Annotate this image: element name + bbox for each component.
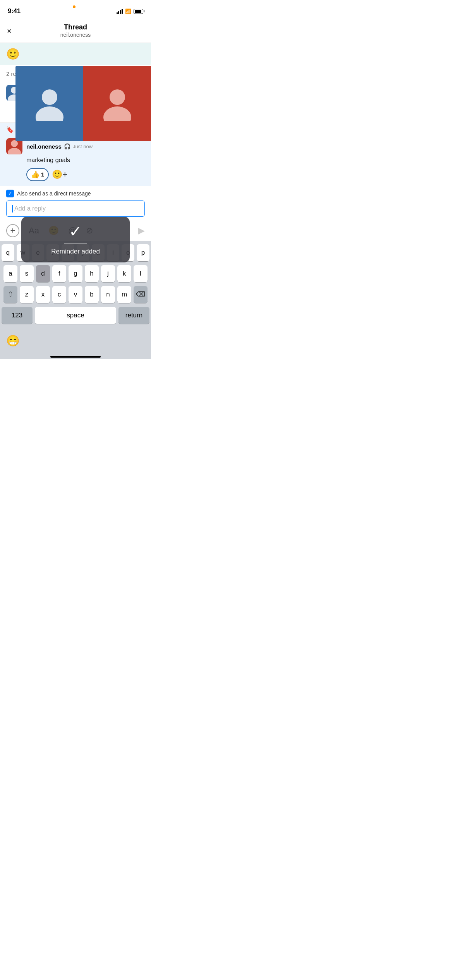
thread-subtitle: neil.oneness <box>60 32 91 38</box>
key-j[interactable]: j <box>101 265 115 282</box>
key-n[interactable]: n <box>101 286 115 303</box>
status-bar: 9:41 📶 <box>0 0 151 19</box>
key-f[interactable]: f <box>52 265 66 282</box>
key-k[interactable]: k <box>117 265 131 282</box>
key-z[interactable]: z <box>20 286 34 303</box>
toast-checkmark-icon: ✓ <box>69 224 82 239</box>
emoji-bar: 😁 <box>0 331 151 353</box>
reply-area: ✓ Also send as a direct message Add a re… <box>0 186 151 220</box>
message-meta-neil: neil.oneness 🎧 Just now <box>26 143 93 150</box>
svg-point-7 <box>8 148 21 154</box>
keyboard-row-2: a s d f g h j k l <box>2 265 149 282</box>
thread-header: × Thread neil.oneness <box>0 19 151 43</box>
avatar-red-large <box>83 66 151 141</box>
orange-dot <box>73 5 76 8</box>
key-p[interactable]: p <box>137 244 149 261</box>
key-a[interactable]: a <box>3 265 17 282</box>
sender-name-neil: neil.oneness <box>26 143 62 150</box>
home-bar <box>50 356 101 358</box>
emoji-smiley-icon[interactable]: 🙂 <box>6 48 20 60</box>
key-b[interactable]: b <box>85 286 99 303</box>
toast-label: Reminder added <box>51 248 100 255</box>
key-q[interactable]: q <box>2 244 14 261</box>
also-send-row: ✓ Also send as a direct message <box>6 190 145 197</box>
key-space[interactable]: space <box>35 307 116 324</box>
home-indicator <box>0 353 151 359</box>
also-send-label: Also send as a direct message <box>17 190 91 197</box>
key-shift[interactable]: ⇧ <box>3 286 17 303</box>
reply-input-box[interactable]: Add a reply <box>6 200 145 217</box>
message-text-neil: marketing goals <box>26 156 145 164</box>
key-m[interactable]: m <box>117 286 131 303</box>
send-button[interactable]: ▶ <box>138 226 145 236</box>
headphone-icon-neil: 🎧 <box>64 143 70 149</box>
key-s[interactable]: s <box>20 265 34 282</box>
svg-point-2 <box>110 89 125 105</box>
add-reaction-button[interactable]: 🙂+ <box>52 170 67 180</box>
emoji-section: 🙂 <box>0 43 151 65</box>
reaction-count: 1 <box>41 171 44 178</box>
key-v[interactable]: v <box>69 286 82 303</box>
message-card-neil: neil.oneness 🎧 Just now marketing goals … <box>0 135 151 185</box>
also-send-checkbox[interactable]: ✓ <box>6 190 14 197</box>
key-return[interactable]: return <box>118 307 149 324</box>
thread-title: Thread <box>60 23 91 31</box>
key-x[interactable]: x <box>36 286 50 303</box>
status-time: 9:41 <box>8 7 21 15</box>
key-h[interactable]: h <box>85 265 99 282</box>
key-c[interactable]: c <box>52 286 66 303</box>
svg-point-3 <box>103 106 131 121</box>
toast-divider <box>64 243 87 244</box>
reaction-emoji: 👍 <box>31 170 39 179</box>
key-d[interactable]: d <box>36 265 50 282</box>
key-numbers[interactable]: 123 <box>2 307 33 324</box>
wifi-icon: 📶 <box>125 9 131 14</box>
svg-point-0 <box>42 89 57 105</box>
signal-icon <box>117 9 123 14</box>
reminder-toast: ✓ Reminder added <box>21 217 130 262</box>
cursor-bar <box>12 205 13 212</box>
avatar-blue-large <box>15 66 83 141</box>
reply-placeholder: Add a reply <box>14 205 139 212</box>
key-g[interactable]: g <box>69 265 82 282</box>
bookmark-icon: 🔖 <box>6 126 14 134</box>
keyboard-row-4: 123 space return <box>2 307 149 324</box>
svg-point-6 <box>11 140 18 147</box>
emoji-bar-icon[interactable]: 😁 <box>6 334 20 347</box>
status-icons: 📶 <box>117 9 144 14</box>
timestamp-neil: Just now <box>73 144 93 149</box>
key-l[interactable]: l <box>134 265 148 282</box>
header-center: Thread neil.oneness <box>60 23 91 38</box>
reactions: 👍 1 🙂+ <box>26 168 145 181</box>
thumbsup-reaction[interactable]: 👍 1 <box>26 168 49 181</box>
battery-icon <box>134 9 143 14</box>
close-button[interactable]: × <box>7 27 12 35</box>
keyboard-row-3: ⇧ z x c v b n m ⌫ <box>2 286 149 303</box>
user-avatars-popup <box>15 66 151 141</box>
key-delete[interactable]: ⌫ <box>134 286 148 303</box>
svg-point-1 <box>36 106 63 121</box>
plus-button[interactable]: + <box>6 224 19 237</box>
